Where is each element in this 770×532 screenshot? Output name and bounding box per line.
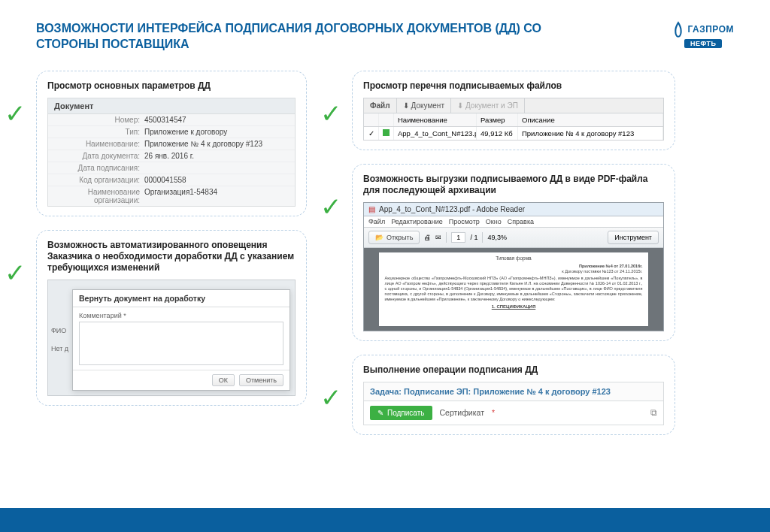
doc-label: Наименование: — [54, 140, 144, 148]
doc-label: Номер: — [54, 116, 144, 124]
doc-value: Приложение № 4 к договору #123 — [144, 140, 289, 148]
doc-value: Организация1-54834 — [144, 188, 289, 204]
doc-value: 4500314547 — [144, 116, 289, 124]
signing-task: Задача: Подписание ЭП: Приложение № 4 к … — [363, 382, 664, 401]
sign-button[interactable]: ✎ Подписать — [370, 406, 432, 420]
check-icon: ✓ — [5, 260, 32, 286]
download-doc-ep-button[interactable]: ⬇Документ и ЭП — [451, 98, 525, 113]
pdf-page-content: Типовая форма Приложение №4 от 27.01.201… — [379, 252, 649, 326]
doc-contract: к Договору поставки №123 от 24.11.2015г. — [562, 269, 642, 274]
panel4-title: Возможность выгрузки подписываемого ДД в… — [363, 174, 664, 196]
doc-section: 1. СПЕЦИФИКАЦИЯ — [385, 304, 643, 310]
pencil-icon: ✎ — [377, 409, 383, 417]
panel3-title: Просмотр перечня подписываемых файлов — [363, 80, 664, 92]
check-icon: ✓ — [5, 101, 32, 126]
return-dialog: Вернуть документ на доработку Комментари… — [72, 289, 290, 391]
panel2-title: Возможность автоматизированного оповещен… — [47, 240, 296, 274]
file-desc: Приложение № 4 к договору #123 — [518, 127, 663, 140]
menu-edit[interactable]: Редактирование — [391, 218, 443, 225]
footer-band — [0, 508, 770, 532]
doc-value — [144, 164, 289, 172]
flame-icon — [672, 21, 684, 38]
required-asterisk: * — [492, 408, 495, 417]
page-current: 1 — [451, 232, 465, 243]
file-name: App_4_to_Cont_N#123.pdf — [394, 127, 477, 140]
logo-subtext: НЕФТЬ — [684, 39, 722, 48]
page-title: ВОЗМОЖНОСТИ ИНТЕРФЕЙСА ПОДПИСАНИЯ ДОГОВО… — [36, 21, 600, 53]
file-size: 49,912 Кб — [477, 127, 518, 140]
window-title: App_4_to_Cont_N#123.pdf - Adobe Reader — [379, 205, 525, 213]
certificate-label: Сертификат — [440, 408, 484, 417]
menu-view[interactable]: Просмотр — [449, 218, 480, 225]
menu-help[interactable]: Справка — [508, 218, 534, 225]
col-name: Наименование — [394, 113, 477, 126]
doc-label: Тип: — [54, 128, 144, 136]
panel1-title: Просмотр основных параметров ДД — [47, 80, 296, 92]
label: Подписать — [387, 409, 425, 417]
file-row[interactable]: ✓ App_4_to_Cont_N#123.pdf 49,912 Кб Прил… — [363, 127, 664, 141]
panel-parameters: Просмотр основных параметров ДД Документ… — [36, 71, 307, 216]
sidebar-label: Нет д — [51, 345, 69, 352]
menu-window[interactable]: Окно — [486, 218, 502, 225]
doc-value: 26 янв. 2016 г. — [144, 152, 289, 160]
doc-appendix: Приложение №4 от 27.01.2016г. — [579, 264, 643, 268]
col-desc: Описание — [518, 113, 663, 126]
doc-label: Наименование организации: — [54, 188, 144, 204]
status-icon — [379, 127, 394, 140]
tools-button[interactable]: Инструмент — [608, 231, 659, 244]
ok-button[interactable]: ОК — [212, 374, 235, 386]
print-icon[interactable]: 🖨 — [424, 234, 431, 241]
panel-signing: Выполнение операции подписания ДД Задача… — [352, 355, 675, 435]
label: Документ — [411, 101, 444, 110]
row-check: ✓ — [364, 127, 379, 140]
label: Документ и ЭП — [465, 101, 518, 110]
panel-file-list: Просмотр перечня подписываемых файлов Фа… — [352, 71, 675, 150]
page-total: / 1 — [470, 234, 477, 241]
pdf-icon: ▤ — [368, 205, 375, 213]
doc-value: 0000041558 — [144, 176, 289, 184]
col-status — [379, 113, 394, 126]
panel-return: Возможность автоматизированного оповещен… — [36, 230, 307, 406]
cancel-button[interactable]: Отменить — [239, 374, 283, 386]
doc-label: Дата документа: — [54, 152, 144, 160]
dialog-title: Вернуть документ на доработку — [73, 290, 290, 307]
download-doc-button[interactable]: ⬇Документ — [397, 98, 451, 113]
sidebar-label: ФИО — [51, 327, 69, 334]
doc-label: Дата подписания: — [54, 164, 144, 172]
open-button[interactable]: 📂 Открыть — [368, 231, 420, 244]
doc-text: Акционерное общество «Газпромнефть-Моско… — [385, 276, 643, 301]
check-icon: ✓ — [320, 194, 347, 219]
doc-label: Код организации: — [54, 176, 144, 184]
menu-file[interactable]: Файл — [368, 218, 385, 225]
panel-pdf-export: Возможность выгрузки подписываемого ДД в… — [352, 164, 675, 341]
comment-textarea[interactable] — [79, 322, 283, 365]
doc-form: Типовая форма — [385, 255, 643, 261]
file-tab[interactable]: Файл — [364, 98, 397, 113]
check-icon: ✓ — [320, 101, 347, 126]
label: Открыть — [387, 234, 413, 241]
comment-label: Комментарий * — [79, 312, 126, 319]
check-icon: ✓ — [320, 385, 347, 410]
zoom-level: 49,3% — [487, 234, 507, 241]
document-header: Документ — [48, 98, 295, 114]
mail-icon[interactable]: ✉ — [435, 234, 441, 241]
col-check — [364, 113, 379, 126]
logo-text: ГАЗПРОМ — [687, 24, 734, 35]
brand-logo: ГАЗПРОМ НЕФТЬ — [672, 21, 734, 48]
doc-value: Приложение к договору — [144, 128, 289, 136]
copy-icon[interactable]: ⧉ — [650, 407, 657, 418]
col-size: Размер — [477, 113, 518, 126]
panel5-title: Выполнение операции подписания ДД — [363, 364, 664, 376]
